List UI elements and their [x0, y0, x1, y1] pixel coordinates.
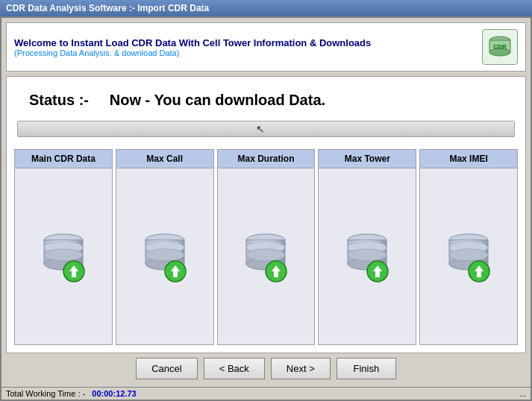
cursor-indicator: ↖: [256, 123, 265, 135]
next-button[interactable]: Next >: [271, 358, 331, 379]
working-time-value: 00:00:12.73: [92, 389, 136, 398]
status-bar: Total Working Time : - 00:00:12.73 ...: [1, 387, 531, 400]
status-bar-separator: ...: [519, 389, 526, 398]
header-subtitle: (Processing Data Analysis. & download Da…: [14, 48, 371, 57]
panel-main-cdr: Main CDR Data: [14, 149, 113, 345]
working-time: Total Working Time : - 00:00:12.73: [6, 389, 137, 398]
panel-max-duration-body: [230, 168, 301, 344]
finish-button[interactable]: Finish: [337, 358, 396, 379]
main-window: Welcome to Instant Load CDR Data With Ce…: [0, 16, 532, 401]
header-text-block: Welcome to Instant Load CDR Data With Ce…: [14, 37, 371, 57]
db-icon-max-tower: [337, 227, 397, 286]
working-time-label: Total Working Time : -: [6, 389, 85, 398]
svg-point-36: [449, 249, 488, 261]
status-line: Status :- Now - You can download Data.: [14, 84, 518, 116]
panel-max-tower: Max Tower: [318, 149, 416, 345]
header-title: Welcome to Instant Load CDR Data With Ce…: [14, 37, 371, 48]
status-message: Now - You can download Data.: [110, 92, 325, 108]
svg-text:CDR: CDR: [493, 43, 507, 50]
content-area: Status :- Now - You can download Data. ↖…: [6, 76, 526, 353]
db-icon-main-cdr: [34, 227, 93, 286]
panel-max-call-body: [129, 168, 201, 344]
svg-point-8: [44, 249, 83, 261]
panel-max-imei-title: Max IMEI: [420, 150, 517, 168]
progress-bar-fill: [18, 121, 514, 136]
header-panel: Welcome to Instant Load CDR Data With Ce…: [6, 22, 526, 72]
footer-area: Cancel < Back Next > Finish: [1, 353, 531, 387]
status-label: Status :-: [29, 92, 89, 108]
back-button[interactable]: < Back: [204, 358, 265, 379]
progress-bar-container: ↖: [17, 121, 515, 137]
panel-max-duration: Max Duration: [217, 149, 316, 345]
title-bar: CDR Data Analysis Software :- Import CDR…: [0, 0, 532, 16]
svg-point-22: [246, 249, 285, 261]
db-icon-max-duration: [236, 227, 295, 286]
svg-point-15: [145, 249, 184, 261]
button-row: Cancel < Back Next > Finish: [6, 358, 526, 379]
panel-max-imei: Max IMEI: [419, 149, 518, 345]
panel-main-cdr-title: Main CDR Data: [15, 150, 112, 168]
panel-max-imei-body: [433, 168, 504, 344]
panel-max-duration-title: Max Duration: [218, 150, 315, 168]
title-bar-label: CDR Data Analysis Software :- Import CDR…: [6, 3, 209, 13]
db-icon-max-imei: [439, 227, 498, 286]
panel-max-tower-title: Max Tower: [319, 150, 416, 168]
panel-main-cdr-body: [28, 168, 99, 344]
svg-point-29: [348, 249, 387, 261]
panel-max-tower-body: [331, 168, 403, 344]
cdr-icon: CDR: [482, 29, 518, 65]
db-icon-max-call: [135, 227, 195, 286]
cancel-button[interactable]: Cancel: [136, 358, 197, 379]
panel-max-call-title: Max Call: [116, 150, 213, 168]
download-panels: Main CDR Data: [14, 149, 518, 345]
panel-max-call: Max Call: [116, 149, 214, 345]
cdr-graphic: CDR: [486, 33, 514, 61]
